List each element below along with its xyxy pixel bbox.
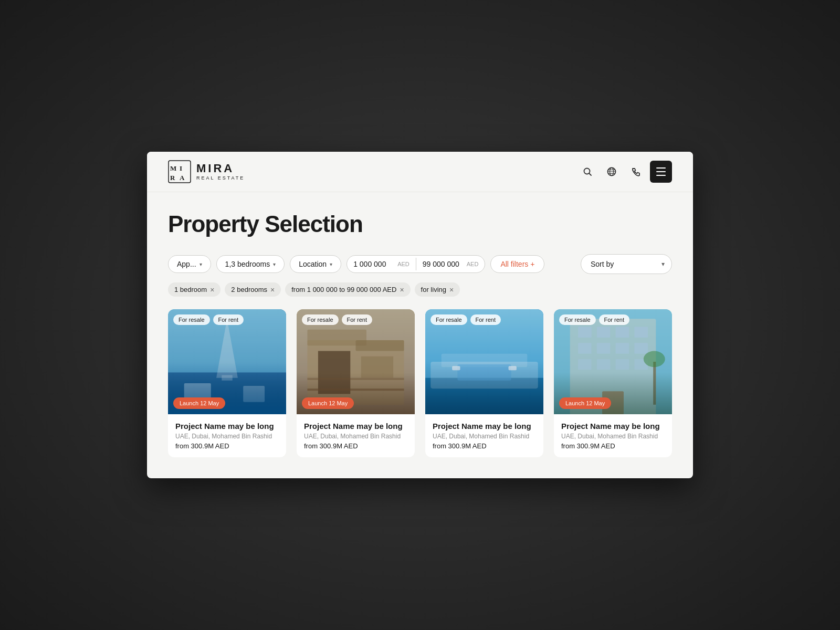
svg-text:M: M <box>170 164 176 172</box>
card-2-info: Project Name may be long UAE, Dubai, Moh… <box>297 414 415 457</box>
card-3-info: Project Name may be long UAE, Dubai, Moh… <box>425 414 543 457</box>
page-title: Property Selection <box>168 211 672 237</box>
card-2-image-wrap: For resale For rent Launch 12 May <box>297 309 415 414</box>
svg-point-5 <box>584 169 590 174</box>
remove-living-button[interactable]: × <box>449 286 454 293</box>
menu-button[interactable] <box>650 161 672 183</box>
svg-text:A: A <box>180 174 185 182</box>
card-1-name: Project Name may be long <box>175 422 279 430</box>
card-4-image-wrap: For resale For rent Launch 12 May <box>554 309 672 414</box>
price-min-currency: AED <box>397 261 410 267</box>
logo-subtitle: REAL ESTATE <box>196 175 245 181</box>
card-4-badge-rent: For rent <box>599 314 630 325</box>
logo-icon: M R I A <box>168 160 191 183</box>
card-2-price: from 300.9M AED <box>304 442 407 450</box>
phone-button[interactable] <box>626 162 646 182</box>
card-3-location: UAE, Dubai, Mohamed Bin Rashid <box>433 433 536 440</box>
card-4-launch-badge: Launch 12 May <box>559 397 611 409</box>
svg-rect-32 <box>457 364 511 381</box>
location-filter-chevron: ▾ <box>330 261 332 267</box>
card-4-info: Project Name may be long UAE, Dubai, Moh… <box>554 414 672 457</box>
svg-text:I: I <box>180 164 182 172</box>
card-1-badge-resale: For resale <box>173 314 210 325</box>
card-2-name: Project Name may be long <box>304 422 407 430</box>
svg-rect-34 <box>509 366 517 370</box>
header: M R I A MIRA REAL ESTATE <box>147 152 693 192</box>
card-4-name: Project Name may be long <box>561 422 665 430</box>
remove-price-range-button[interactable]: × <box>400 286 404 293</box>
card-3-image <box>425 309 543 414</box>
property-card-4[interactable]: For resale For rent Launch 12 May Projec… <box>554 309 672 457</box>
type-filter-chevron: ▾ <box>200 261 202 267</box>
bedrooms-filter-btn[interactable]: 1,3 bedrooms ▾ <box>216 255 285 273</box>
type-filter-label: App... <box>177 260 196 268</box>
property-card-2[interactable]: For resale For rent Launch 12 May Projec… <box>297 309 415 457</box>
card-2-badge-rent: For rent <box>342 314 373 325</box>
type-filter-btn[interactable]: App... ▾ <box>168 255 211 273</box>
search-icon <box>583 167 592 176</box>
card-3-name: Project Name may be long <box>433 422 536 430</box>
card-1-badge-rent: For rent <box>213 314 244 325</box>
logo-title: MIRA <box>196 163 245 174</box>
svg-rect-17 <box>243 386 265 402</box>
filters-row: App... ▾ 1,3 bedrooms ▾ Location ▾ AED A <box>168 254 672 274</box>
svg-text:R: R <box>170 174 175 182</box>
active-filter-2bedrooms-label: 2 bedrooms <box>231 286 267 293</box>
card-3-badges: For resale For rent <box>430 314 501 325</box>
active-filter-2bedrooms: 2 bedrooms × <box>225 282 281 297</box>
card-2-location: UAE, Dubai, Mohamed Bin Rashid <box>304 433 407 440</box>
property-card-3[interactable]: For resale For rent Project Name may be … <box>425 309 543 457</box>
sort-select-wrap: Sort by Price: Low to High Price: High t… <box>581 254 672 274</box>
card-4-badge-resale: For resale <box>559 314 596 325</box>
price-max-wrap: AED <box>416 256 485 272</box>
menu-line-2 <box>656 171 666 172</box>
location-filter-btn[interactable]: Location ▾ <box>290 255 341 273</box>
globe-button[interactable] <box>602 162 622 182</box>
card-1-badges: For resale For rent <box>173 314 244 325</box>
remove-2bedrooms-button[interactable]: × <box>270 286 275 293</box>
main-window: M R I A MIRA REAL ESTATE <box>147 152 693 478</box>
card-3-image-wrap: For resale For rent <box>425 309 543 414</box>
price-min-input[interactable] <box>353 260 395 268</box>
globe-icon <box>607 167 616 176</box>
card-1-price: from 300.9M AED <box>175 442 279 450</box>
card-3-badge-resale: For resale <box>430 314 467 325</box>
card-3-badge-rent: For rent <box>470 314 501 325</box>
price-range-group: AED AED <box>346 255 485 273</box>
active-filter-living: for living × <box>415 282 460 297</box>
card-4-price: from 300.9M AED <box>561 442 665 450</box>
svg-rect-15 <box>222 375 232 381</box>
svg-rect-29 <box>425 378 543 414</box>
location-filter-label: Location <box>299 260 327 268</box>
header-icons <box>578 161 672 183</box>
card-1-location: UAE, Dubai, Mohamed Bin Rashid <box>175 433 279 440</box>
active-filter-1bedroom: 1 bedroom × <box>168 282 220 297</box>
card-1-launch-badge: Launch 12 May <box>173 397 225 409</box>
card-3-price: from 300.9M AED <box>433 442 536 450</box>
card-1-info: Project Name may be long UAE, Dubai, Moh… <box>168 414 286 457</box>
card-2-badge-resale: For resale <box>302 314 339 325</box>
sort-select[interactable]: Sort by Price: Low to High Price: High t… <box>581 254 672 274</box>
active-filter-price-range: from 1 000 000 to 99 000 000 AED × <box>285 282 410 297</box>
active-filters-row: 1 bedroom × 2 bedrooms × from 1 000 000 … <box>168 282 672 297</box>
card-1-image-wrap: For resale For rent Launch 12 May <box>168 309 286 414</box>
logo-area: M R I A MIRA REAL ESTATE <box>168 160 245 183</box>
all-filters-label: All filters + <box>500 260 534 268</box>
all-filters-button[interactable]: All filters + <box>490 255 544 273</box>
bedrooms-filter-label: 1,3 bedrooms <box>225 260 270 268</box>
remove-1bedroom-button[interactable]: × <box>210 286 214 293</box>
card-2-badges: For resale For rent <box>302 314 372 325</box>
active-filter-price-range-label: from 1 000 000 to 99 000 000 AED <box>291 286 396 293</box>
card-2-launch-badge: Launch 12 May <box>302 397 354 409</box>
svg-rect-25 <box>307 388 404 391</box>
bedrooms-filter-chevron: ▾ <box>273 261 276 267</box>
price-min-wrap: AED <box>347 256 416 272</box>
svg-line-6 <box>590 174 592 176</box>
property-card-1[interactable]: For resale For rent Launch 12 May Projec… <box>168 309 286 457</box>
svg-rect-26 <box>307 378 404 380</box>
search-button[interactable] <box>578 162 597 182</box>
logo-text: MIRA REAL ESTATE <box>196 163 245 181</box>
menu-line-1 <box>656 167 666 169</box>
active-filter-1bedroom-label: 1 bedroom <box>174 286 207 293</box>
price-max-input[interactable] <box>423 260 465 268</box>
